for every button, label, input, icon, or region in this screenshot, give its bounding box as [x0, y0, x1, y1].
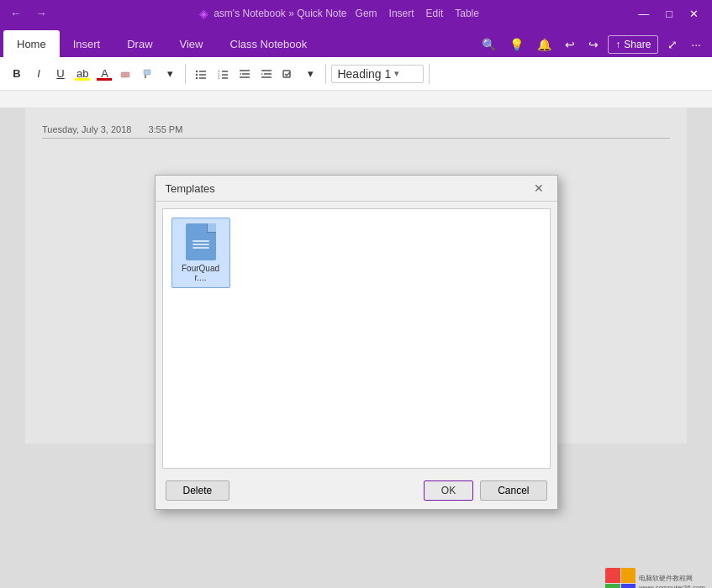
dialog-close-button[interactable]: ✕: [530, 181, 547, 196]
templates-dialog: Templates ✕ FourQuadr.... Delete: [155, 175, 558, 510]
menu-gem[interactable]: Gem: [352, 8, 381, 19]
tab-class-notebook[interactable]: Class Notebook: [217, 30, 321, 57]
svg-point-4: [196, 70, 198, 71]
cancel-button[interactable]: Cancel: [480, 480, 546, 501]
share-label: Share: [624, 39, 651, 50]
template-file-icon: [186, 223, 216, 260]
logo-red: [605, 568, 620, 583]
logo-green: [605, 584, 620, 589]
template-line-2: [193, 244, 209, 245]
tab-view[interactable]: View: [166, 30, 217, 57]
watermark-logo: [605, 568, 636, 588]
font-color-button[interactable]: A: [94, 65, 114, 82]
watermark-area: 电脑软硬件教程网 www.computer26.com: [605, 568, 705, 588]
notifications-button[interactable]: 🔔: [533, 35, 556, 54]
format-bar: B I U ab A ▾ 1. 2. 3.: [0, 57, 712, 91]
bullets-button[interactable]: [191, 66, 211, 82]
eraser-button[interactable]: [116, 66, 136, 82]
heading-chevron-icon: ▾: [394, 68, 399, 79]
forward-button[interactable]: →: [32, 5, 50, 22]
eraser-icon: [120, 68, 132, 80]
numbering-button[interactable]: 1. 2. 3.: [213, 66, 233, 82]
menu-table[interactable]: Table: [451, 8, 483, 19]
delete-button[interactable]: Delete: [166, 480, 230, 501]
format-dropdown[interactable]: ▾: [160, 65, 180, 82]
close-button[interactable]: ✕: [683, 7, 705, 21]
title-bar-left: ← →: [7, 5, 50, 22]
share-icon: ↑: [615, 39, 620, 50]
format-paint-button[interactable]: [138, 66, 158, 82]
logo-orange: [621, 568, 636, 583]
font-color-bar: [97, 78, 112, 81]
template-line-1: [193, 240, 209, 242]
separator-1: [185, 64, 186, 84]
underline-button[interactable]: U: [50, 65, 71, 82]
heading-selector[interactable]: Heading 1 ▾: [331, 65, 424, 83]
dialog-header: Templates ✕: [156, 176, 557, 202]
watermark-text: 电脑软硬件教程网 www.computer26.com: [639, 574, 705, 588]
heading-label: Heading 1: [337, 67, 391, 81]
minimize-button[interactable]: —: [631, 7, 656, 21]
paint-icon: [142, 68, 154, 80]
tab-draw[interactable]: Draw: [113, 30, 166, 57]
tab-insert[interactable]: Insert: [60, 30, 114, 57]
ribbon-tabs: Home Insert Draw View Class Notebook 🔍 💡…: [0, 27, 712, 57]
checkbox-icon: [282, 68, 294, 80]
template-line-3: [193, 247, 209, 249]
watermark-line1: 电脑软硬件教程网: [639, 574, 705, 583]
dialog-footer: Delete OK Cancel: [156, 475, 557, 509]
menu-edit[interactable]: Edit: [423, 8, 447, 19]
ribbon-right-actions: 🔍 💡 🔔 ↩ ↪ ↑ Share ⤢ ···: [477, 35, 712, 57]
italic-button[interactable]: I: [29, 65, 49, 82]
expand-button[interactable]: ⤢: [663, 35, 682, 54]
more-button[interactable]: ···: [687, 35, 705, 54]
undo-button[interactable]: ↩: [561, 35, 579, 54]
maximize-button[interactable]: □: [659, 7, 679, 21]
template-icon-lines: [193, 240, 209, 249]
template-item[interactable]: FourQuadr....: [171, 218, 230, 288]
dialog-body: FourQuadr....: [162, 208, 551, 469]
gem-icon: ◈: [199, 7, 208, 20]
template-name: FourQuadr....: [177, 264, 224, 282]
dialog-right-buttons: OK Cancel: [424, 480, 547, 501]
ok-button[interactable]: OK: [424, 480, 473, 501]
svg-text:3.: 3.: [218, 76, 220, 80]
menu-insert[interactable]: Insert: [386, 8, 418, 19]
separator-2: [325, 64, 326, 84]
numbering-icon: 1. 2. 3.: [217, 68, 229, 80]
svg-rect-2: [144, 70, 150, 75]
svg-rect-3: [145, 75, 146, 78]
bold-button[interactable]: B: [7, 65, 27, 82]
list-dropdown[interactable]: ▾: [300, 65, 320, 82]
back-button[interactable]: ←: [7, 5, 25, 22]
search-button[interactable]: 🔍: [477, 35, 500, 54]
separator-3: [429, 64, 430, 84]
outdent-button[interactable]: [235, 66, 255, 82]
bullets-icon: [195, 68, 207, 80]
title-text: asm's Notebook » Quick Note: [214, 8, 346, 19]
highlight-button[interactable]: ab: [72, 65, 92, 82]
outdent-icon: [239, 68, 251, 80]
highlight-color-bar: [75, 78, 90, 81]
checkbox-button[interactable]: [278, 66, 298, 82]
tab-home[interactable]: Home: [3, 30, 60, 57]
insights-button[interactable]: 💡: [505, 35, 528, 54]
dialog-title: Templates: [166, 182, 215, 195]
watermark-line2: www.computer26.com: [639, 583, 705, 588]
svg-point-8: [196, 76, 198, 78]
indent-icon: [261, 68, 272, 80]
dialog-overlay: Templates ✕ FourQuadr.... Delete: [0, 108, 712, 588]
share-button[interactable]: ↑ Share: [608, 35, 658, 54]
title-bar-center: ◈ asm's Notebook » Quick Note Gem Insert…: [199, 7, 483, 20]
content-area: Tuesday, July 3, 2018 3:55 PM Templates …: [0, 108, 712, 588]
logo-blue: [621, 584, 636, 589]
redo-button[interactable]: ↪: [584, 35, 603, 54]
title-bar: ← → ◈ asm's Notebook » Quick Note Gem In…: [0, 0, 712, 27]
indent-button[interactable]: [256, 66, 277, 82]
title-bar-right: — □ ✕: [631, 7, 705, 21]
svg-point-6: [196, 73, 198, 75]
